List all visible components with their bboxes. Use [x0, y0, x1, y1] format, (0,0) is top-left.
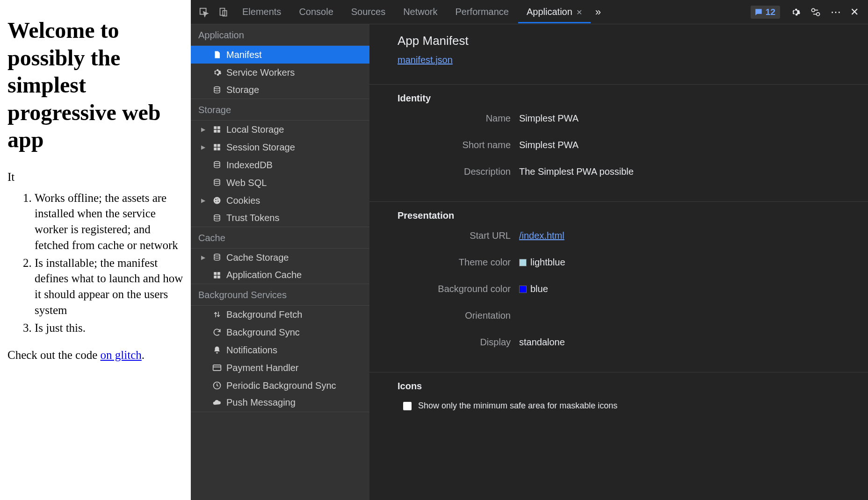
start-url-link[interactable]: /index.html: [519, 230, 564, 241]
sidebar-item-label: Storage: [226, 85, 259, 95]
footer-prefix: Check out the code: [7, 349, 101, 361]
close-icon[interactable]: ✕: [576, 8, 582, 16]
sidebar-item-label: Cookies: [226, 195, 260, 206]
svg-rect-11: [217, 144, 220, 147]
close-devtools-icon[interactable]: ✕: [850, 6, 859, 18]
row-value-text: lightblue: [530, 257, 565, 268]
svg-point-16: [214, 197, 221, 204]
row-key: Short name: [398, 140, 519, 150]
svg-point-20: [216, 201, 217, 202]
sidebar-item-trust-tokens[interactable]: Trust Tokens: [191, 209, 369, 227]
svg-rect-27: [213, 365, 221, 371]
svg-rect-7: [217, 126, 220, 129]
tab-performance[interactable]: Performance: [447, 1, 518, 23]
bell-icon: [212, 345, 222, 355]
svg-point-21: [214, 214, 220, 217]
manifest-filename-link[interactable]: manifest.json: [398, 55, 453, 65]
devtools-panel: Elements Console Sources Network Perform…: [191, 0, 868, 500]
sidebar-item-indexeddb[interactable]: IndexedDB: [191, 156, 369, 174]
svg-rect-26: [217, 275, 220, 278]
grid-icon: [212, 143, 222, 152]
row-value: lightblue: [519, 257, 565, 268]
presentation-section: Presentation Start URL/index.htmlTheme c…: [369, 202, 868, 372]
tab-application[interactable]: Application✕: [518, 1, 591, 23]
kebab-icon[interactable]: ⋯: [831, 6, 841, 18]
maskable-area-checkbox-row: Show only the minimum safe area for mask…: [398, 401, 854, 411]
sidebar-item-cache-storage[interactable]: ▶Cache Storage: [191, 249, 369, 266]
sidebar-item-service-workers[interactable]: Service Workers: [191, 64, 369, 81]
sidebar-item-session-storage[interactable]: ▶Session Storage: [191, 138, 369, 156]
manifest-pane: App Manifest manifest.json Identity Name…: [369, 24, 868, 500]
manifest-row-start-url: Start URL/index.html: [398, 230, 854, 241]
sidebar-item-application-cache[interactable]: Application Cache: [191, 266, 369, 284]
svg-point-15: [214, 179, 220, 182]
sidebar-item-label: Session Storage: [226, 142, 295, 153]
devtools-tabstrip: Elements Console Sources Network Perform…: [191, 0, 868, 24]
db-icon: [212, 253, 222, 262]
sidebar-item-background-fetch[interactable]: Background Fetch: [191, 306, 369, 323]
identity-section: Identity NameSimplest PWAShort nameSimpl…: [369, 85, 868, 202]
svg-point-3: [811, 8, 815, 12]
row-key: Name: [398, 113, 519, 124]
manifest-header: App Manifest manifest.json: [369, 24, 868, 85]
devtools-right-icons: ⋯ ✕: [781, 6, 864, 18]
sidebar-item-periodic-background-sync[interactable]: Periodic Background Sync: [191, 377, 369, 394]
sidebar-item-cookies[interactable]: ▶Cookies: [191, 192, 369, 209]
sidebar-section-background-services: Background Services: [191, 284, 369, 306]
db-icon: [212, 86, 222, 95]
identity-heading: Identity: [398, 93, 854, 104]
sidebar-item-push-messaging[interactable]: Push Messaging: [191, 394, 369, 412]
manifest-row-orientation: Orientation: [398, 310, 854, 321]
sidebar-item-storage[interactable]: Storage: [191, 81, 369, 99]
activity-icon[interactable]: [810, 7, 821, 17]
row-value: Simplest PWA: [519, 140, 579, 150]
grid-icon: [212, 125, 222, 134]
tab-network[interactable]: Network: [395, 1, 446, 23]
application-sidebar: ApplicationManifestService WorkersStorag…: [191, 24, 369, 500]
sidebar-item-background-sync[interactable]: Background Sync: [191, 323, 369, 341]
sidebar-item-label: Manifest: [226, 50, 262, 60]
svg-rect-10: [214, 144, 217, 147]
gear-icon: [212, 68, 222, 77]
row-value: Simplest PWA: [519, 113, 579, 124]
list-item: Is installable; the manifest defines wha…: [35, 255, 183, 318]
sidebar-item-label: Periodic Background Sync: [226, 380, 336, 391]
list-item: Is just this.: [35, 320, 183, 336]
svg-point-18: [217, 199, 218, 200]
device-toggle-icon[interactable]: [217, 6, 230, 19]
inspect-icon[interactable]: [197, 6, 210, 19]
sidebar-item-local-storage[interactable]: ▶Local Storage: [191, 121, 369, 138]
file-icon: [212, 50, 222, 59]
sidebar-item-label: Background Fetch: [226, 309, 302, 320]
sidebar-item-web-sql[interactable]: Web SQL: [191, 174, 369, 192]
page-viewport: Welcome to possibly the simplest progres…: [0, 0, 191, 500]
chevron-right-icon: ▶: [201, 197, 207, 204]
color-swatch: [519, 259, 527, 266]
messages-pill[interactable]: 12: [751, 6, 780, 19]
manifest-row-theme-color: Theme colorlightblue: [398, 257, 854, 268]
sidebar-item-manifest[interactable]: Manifest: [191, 46, 369, 64]
row-value: /index.html: [519, 230, 564, 241]
cookie-icon: [212, 196, 222, 205]
svg-point-19: [217, 201, 218, 202]
sidebar-section-storage: Storage: [191, 99, 369, 121]
manifest-row-short-name: Short nameSimplest PWA: [398, 140, 854, 150]
clock-icon: [212, 381, 222, 390]
glitch-link[interactable]: on glitch: [101, 349, 142, 361]
sidebar-item-payment-handler[interactable]: Payment Handler: [191, 359, 369, 377]
sidebar-section-application: Application: [191, 24, 369, 46]
db-icon: [212, 214, 222, 223]
more-tabs-chevron-icon[interactable]: »: [592, 6, 605, 18]
row-value: The Simplest PWA possible: [519, 166, 634, 177]
svg-rect-6: [214, 126, 217, 129]
maskable-area-checkbox[interactable]: [403, 402, 412, 410]
sidebar-item-label: Application Cache: [226, 270, 302, 280]
tab-elements[interactable]: Elements: [234, 1, 289, 23]
sidebar-section-cache: Cache: [191, 227, 369, 249]
sidebar-item-label: Notifications: [226, 345, 277, 356]
tab-sources[interactable]: Sources: [343, 1, 394, 23]
icons-heading: Icons: [398, 381, 854, 392]
gear-icon[interactable]: [790, 7, 801, 17]
sidebar-item-notifications[interactable]: Notifications: [191, 341, 369, 359]
tab-console[interactable]: Console: [290, 1, 341, 23]
